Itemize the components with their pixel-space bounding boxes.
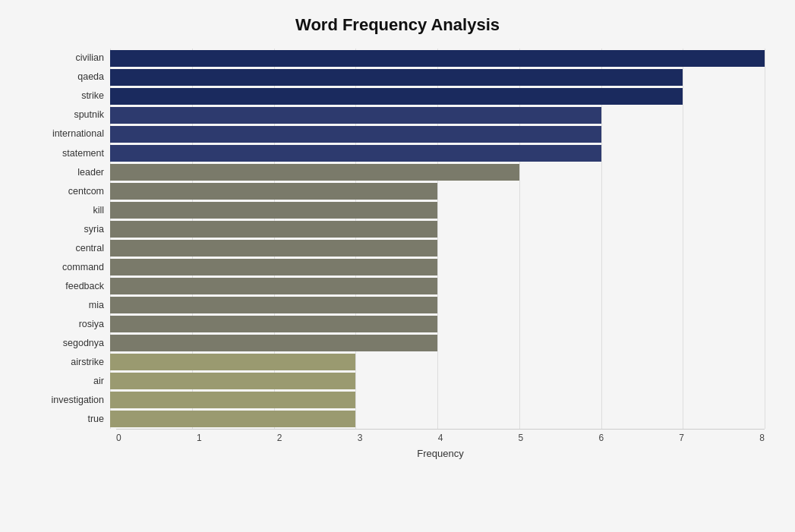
bar: [110, 221, 437, 238]
y-label: strike: [81, 91, 104, 101]
x-tick: 3: [358, 433, 363, 443]
x-tick: 7: [679, 433, 684, 443]
x-tick: 5: [519, 433, 524, 443]
y-label: mia: [89, 301, 104, 310]
bar-row: [110, 124, 765, 143]
y-labels: civilianqaedastrikesputnikinternationals…: [30, 49, 110, 429]
bar-row: [110, 315, 765, 334]
x-axis-label: Frequency: [116, 448, 765, 459]
bar: [110, 126, 601, 143]
bar-row: [110, 181, 765, 200]
bar-row: [110, 277, 765, 296]
bar: [110, 145, 601, 162]
y-label: segodnya: [63, 338, 104, 348]
bar: [110, 411, 355, 427]
bar: [110, 107, 601, 124]
bar: [110, 88, 683, 105]
bar-row: [110, 238, 765, 257]
y-label: central: [75, 244, 104, 253]
bar-row: [110, 143, 765, 162]
bars-wrapper: civilianqaedastrikesputnikinternationals…: [30, 49, 765, 429]
y-label: statement: [62, 149, 104, 159]
x-tick: 2: [277, 433, 282, 443]
bar-row: [110, 391, 765, 410]
grid-line: [765, 49, 765, 429]
y-label: investigation: [52, 395, 105, 405]
bar: [110, 259, 437, 275]
bar: [110, 183, 437, 200]
bar-row: [110, 372, 765, 391]
bar: [110, 392, 355, 408]
bar-row: [110, 353, 765, 372]
x-tick: 4: [438, 433, 443, 443]
bar: [110, 297, 437, 313]
y-label: qaeda: [77, 72, 104, 82]
bar: [110, 164, 519, 181]
chart-area: civilianqaedastrikesputnikinternationals…: [30, 49, 765, 459]
x-tick: 6: [598, 433, 604, 443]
bar: [110, 335, 437, 351]
bar-row: [110, 219, 765, 238]
bar: [110, 69, 683, 86]
y-label: centcom: [68, 187, 104, 197]
bar: [110, 50, 765, 67]
bar-row: [110, 296, 765, 315]
y-label: air: [93, 376, 104, 386]
bar-row: [110, 49, 765, 68]
x-ticks: 012345678: [116, 430, 765, 443]
y-label: true: [87, 414, 104, 424]
bar-row: [110, 162, 765, 181]
y-label: sputnik: [74, 110, 104, 120]
chart-container: Word Frequency Analysis civilianqaedastr…: [0, 0, 795, 532]
bar: [110, 354, 355, 370]
y-label: international: [52, 129, 104, 139]
bar: [110, 316, 437, 332]
bar-row: [110, 87, 765, 105]
x-tick: 8: [759, 433, 765, 443]
bar: [110, 373, 355, 389]
y-label: syria: [84, 225, 104, 235]
bar-row: [110, 200, 765, 219]
bar-row: [110, 105, 765, 124]
bar-row: [110, 334, 765, 353]
x-tick: 1: [197, 433, 202, 443]
bar-row: [110, 410, 765, 429]
y-label: kill: [93, 206, 104, 216]
y-label: leader: [77, 168, 104, 178]
y-label: airstrike: [71, 357, 104, 367]
bar-row: [110, 68, 765, 87]
bar: [110, 278, 437, 294]
bar-row: [110, 258, 765, 277]
x-tick: 0: [116, 433, 121, 443]
y-label: command: [62, 263, 104, 272]
bar: [110, 202, 437, 219]
y-label: civilian: [75, 53, 104, 63]
bar: [110, 240, 437, 257]
bars-and-grid: [110, 49, 765, 429]
y-label: feedback: [65, 282, 104, 291]
chart-title: Word Frequency Analysis: [30, 15, 765, 35]
x-axis: 012345678 Frequency: [116, 429, 765, 459]
y-label: rosiya: [79, 320, 104, 329]
